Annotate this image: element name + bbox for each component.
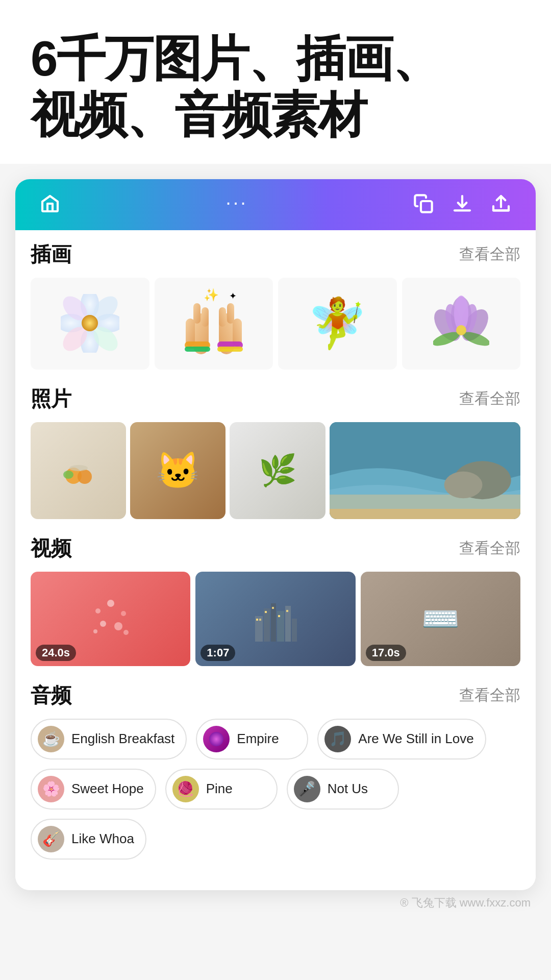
svg-rect-55 xyxy=(272,607,274,609)
audio-label-empire: Empire xyxy=(237,731,279,747)
svg-rect-53 xyxy=(259,619,261,621)
audio-label-whoa: Like Whoa xyxy=(71,831,134,847)
desk-emoji: ⌨️ xyxy=(421,601,460,637)
audio-not-us[interactable]: 🎤 Not Us xyxy=(287,769,399,810)
flower-svg xyxy=(61,294,119,353)
audio-avatar-empire xyxy=(203,726,230,752)
audio-avatar-notus: 🎤 xyxy=(294,776,320,802)
svg-rect-15 xyxy=(185,347,210,352)
photo-grid: 🐱 🌿 xyxy=(31,422,520,519)
herbs-emoji: 🌿 xyxy=(259,452,297,488)
svg-point-40 xyxy=(107,600,114,607)
city-svg xyxy=(253,596,298,642)
svg-rect-48 xyxy=(271,603,276,642)
download-icon[interactable] xyxy=(452,193,472,216)
audio-label-notus: Not Us xyxy=(328,781,368,797)
audio-avatar-english-breakfast: ☕ xyxy=(38,726,64,752)
svg-rect-0 xyxy=(421,201,432,212)
svg-point-34 xyxy=(69,465,88,471)
audio-avatar-hope: 🌸 xyxy=(38,776,64,802)
svg-point-41 xyxy=(121,611,126,616)
svg-point-44 xyxy=(93,629,97,633)
illus-flower[interactable] xyxy=(31,278,149,370)
illustration-row: ✨ ✦ 🧚 xyxy=(31,278,520,370)
home-icon[interactable] xyxy=(40,193,60,216)
photo-fruits[interactable] xyxy=(31,422,126,519)
audio-pine[interactable]: 🧶 Pine xyxy=(165,769,278,810)
audio-more[interactable]: 查看全部 xyxy=(459,685,520,706)
right-hand-svg xyxy=(209,293,244,359)
illustration-section: 插画 查看全部 xyxy=(31,240,520,370)
svg-rect-19 xyxy=(219,307,226,327)
svg-point-38 xyxy=(444,472,482,498)
audio-label-english-breakfast: English Breakfast xyxy=(71,731,174,747)
svg-rect-51 xyxy=(292,619,297,642)
audio-sweet-hope[interactable]: 🌸 Sweet Hope xyxy=(31,769,156,810)
fruits-svg xyxy=(58,450,99,491)
illus-lotus[interactable] xyxy=(402,278,521,370)
audio-are-we-still-in-love[interactable]: 🎵 Are We Still in Love xyxy=(317,719,486,760)
illustration-title: 插画 xyxy=(31,240,71,268)
more-dots[interactable]: ··· xyxy=(226,193,248,212)
illus-girl[interactable]: 🧚 xyxy=(278,278,397,370)
cat-emoji: 🐱 xyxy=(156,450,200,492)
app-content: 插画 查看全部 xyxy=(15,230,536,890)
hero-title: 6千万图片、插画、视频、音频素材 xyxy=(31,31,520,143)
svg-rect-56 xyxy=(278,615,280,617)
svg-point-45 xyxy=(123,630,129,635)
svg-rect-47 xyxy=(264,608,270,642)
svg-point-32 xyxy=(78,470,92,484)
illustration-more[interactable]: 查看全部 xyxy=(459,244,520,265)
svg-rect-57 xyxy=(286,610,288,612)
svg-point-42 xyxy=(100,621,106,627)
audio-avatar-whoa: 🎸 xyxy=(38,826,64,852)
svg-point-33 xyxy=(63,471,73,479)
app-topbar: ··· xyxy=(15,179,536,230)
hero-section: 6千万图片、插画、视频、音频素材 xyxy=(0,0,551,164)
app-card: ··· xyxy=(15,179,536,890)
audio-avatar-pine: 🧶 xyxy=(172,776,199,802)
audio-label-love: Are We Still in Love xyxy=(358,731,473,747)
svg-rect-52 xyxy=(256,619,258,621)
share-icon[interactable] xyxy=(491,193,511,216)
audio-label-hope: Sweet Hope xyxy=(71,781,144,797)
video-desk[interactable]: ⌨️ 17.0s xyxy=(361,572,520,666)
video-city[interactable]: 1:07 xyxy=(195,572,355,666)
photo-more[interactable]: 查看全部 xyxy=(459,388,520,409)
video-section: 视频 查看全部 xyxy=(31,534,520,666)
audio-empire[interactable]: Empire xyxy=(196,719,308,760)
sea-svg xyxy=(330,422,520,519)
raindrops-svg xyxy=(88,596,134,642)
svg-rect-54 xyxy=(265,611,267,613)
girl-emoji: 🧚 xyxy=(307,295,368,352)
svg-rect-21 xyxy=(217,347,243,352)
photo-cat[interactable]: 🐱 xyxy=(130,422,226,519)
svg-rect-13 xyxy=(202,307,209,327)
svg-point-30 xyxy=(456,325,466,335)
svg-point-39 xyxy=(95,608,101,614)
illus-hands[interactable]: ✨ ✦ xyxy=(155,278,273,370)
svg-point-9 xyxy=(82,315,98,331)
lotus-svg xyxy=(433,296,489,352)
audio-grid: ☕ English Breakfast Empire 🎵 Are We Stil… xyxy=(31,719,520,860)
svg-rect-12 xyxy=(193,303,201,324)
audio-label-pine: Pine xyxy=(206,781,233,797)
photo-herbs[interactable]: 🌿 xyxy=(230,422,325,519)
layers-icon[interactable] xyxy=(413,193,434,216)
video-raindrops[interactable]: 24.0s xyxy=(31,572,190,666)
video-more[interactable]: 查看全部 xyxy=(459,538,520,559)
audio-title: 音频 xyxy=(31,681,71,709)
audio-english-breakfast[interactable]: ☕ English Breakfast xyxy=(31,719,187,760)
watermark: ® 飞兔下载 www.fxxz.com xyxy=(0,890,551,921)
audio-avatar-love: 🎵 xyxy=(324,726,351,752)
svg-point-43 xyxy=(114,622,122,630)
video-title: 视频 xyxy=(31,534,71,562)
photo-title: 照片 xyxy=(31,385,71,413)
video-row: 24.0s xyxy=(31,572,520,666)
audio-section: 音频 查看全部 ☕ English Breakfast Empire xyxy=(31,681,520,860)
photo-sea[interactable] xyxy=(330,422,520,519)
video-duration-2: 1:07 xyxy=(201,645,235,661)
svg-rect-18 xyxy=(227,303,234,324)
video-duration-3: 17.0s xyxy=(366,645,406,661)
audio-like-whoa[interactable]: 🎸 Like Whoa xyxy=(31,819,146,860)
